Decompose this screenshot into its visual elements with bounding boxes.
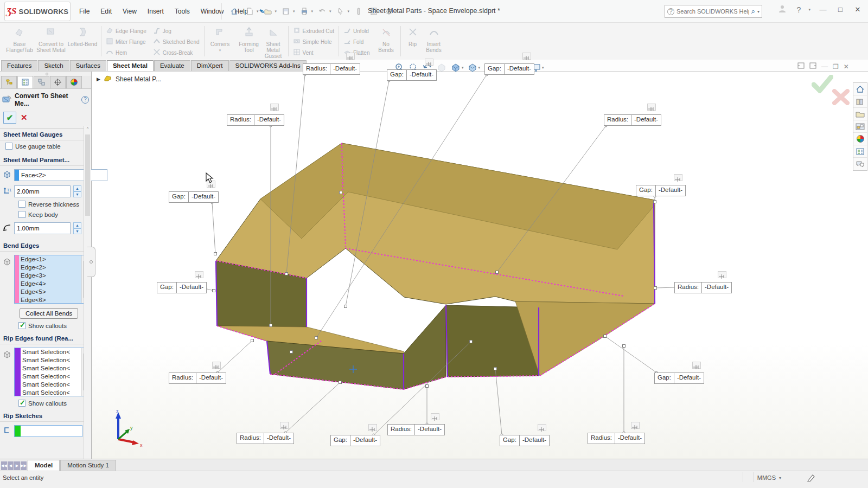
callout-pushpin-icon[interactable] — [195, 271, 203, 278]
hem-button[interactable]: Hem — [104, 48, 148, 57]
home-button[interactable] — [227, 4, 241, 18]
edge-flange-button[interactable]: Edge Flange — [104, 27, 148, 36]
first-tab-button[interactable]: ◀◀ — [1, 461, 7, 470]
bend-edge-item[interactable]: Edge<2> — [19, 264, 81, 272]
callout-value[interactable]: -Default- — [330, 63, 360, 75]
callout-pushpin-icon[interactable] — [431, 413, 439, 420]
callout-value[interactable]: -Default- — [350, 435, 380, 446]
fixed-face-input[interactable] — [19, 170, 107, 181]
flyout-expand-icon[interactable]: ▶ — [97, 76, 100, 82]
undo-caret[interactable]: ▾ — [329, 9, 331, 14]
callout-radius[interactable]: Radius:-Default- — [387, 424, 445, 435]
fixed-face-field[interactable] — [14, 169, 107, 181]
dock-right-icon[interactable] — [809, 62, 816, 70]
callout-value[interactable]: -Default- — [520, 435, 550, 446]
spin-down-icon[interactable]: ▼ — [73, 191, 81, 197]
dimxpert-manager-tab[interactable] — [50, 76, 66, 88]
jog-button[interactable]: Jog — [151, 27, 201, 36]
rip-edge-item[interactable]: Smart Selection< — [21, 381, 81, 389]
confirm-corner-accept-icon[interactable] — [812, 75, 833, 95]
property-manager-tab[interactable] — [17, 76, 33, 88]
view-settings-caret[interactable]: ▾ — [542, 66, 544, 70]
feature-tree-tab[interactable] — [1, 76, 17, 88]
collect-all-bends-button[interactable]: Collect All Bends — [20, 308, 78, 319]
panel-scroll-thumb[interactable] — [85, 134, 90, 216]
rip-edges-listbox[interactable]: Smart Selection<Smart Selection<Smart Se… — [14, 348, 89, 396]
callout-gap[interactable]: Gap:-Default- — [157, 282, 207, 293]
view-orientation-caret[interactable]: ▾ — [462, 66, 464, 70]
simple-hole-button[interactable]: Simple Hole — [291, 37, 336, 47]
bend-show-callouts-checkbox[interactable] — [18, 322, 25, 329]
bend-edges-section-header[interactable]: Bend Edges⌃ — [0, 240, 91, 252]
keep-body-checkbox[interactable] — [18, 211, 25, 218]
corners-caret[interactable]: ▾ — [219, 48, 221, 53]
rip-show-callouts-checkbox[interactable] — [18, 400, 25, 407]
configuration-manager-tab[interactable] — [34, 76, 49, 88]
callout-value[interactable]: -Default- — [656, 185, 686, 196]
taskpane-design-library-button[interactable] — [853, 95, 867, 108]
taskpane-home-button[interactable] — [853, 83, 867, 95]
cancel-button[interactable]: ✕ — [21, 112, 28, 124]
callout-value[interactable]: -Default- — [254, 114, 284, 126]
tab-surfaces[interactable]: Surfaces — [70, 60, 106, 71]
forming-tool-button[interactable]: Forming Tool — [237, 24, 261, 53]
lofted-bend-button[interactable]: Lofted-Bend — [67, 24, 98, 47]
reverse-thickness-checkbox[interactable] — [18, 201, 25, 208]
help-icon[interactable]: ? — [793, 5, 804, 14]
open-caret[interactable]: ▾ — [275, 9, 277, 14]
callout-pushpin-icon[interactable] — [425, 59, 433, 66]
rip-edge-item[interactable]: Smart Selection< — [21, 356, 81, 364]
sheet-metal-gauges-section-header[interactable]: Sheet Metal Gauges⌃ — [0, 129, 91, 140]
taskpane-appearances-button[interactable] — [853, 133, 867, 145]
undo-button[interactable] — [315, 4, 329, 18]
callout-value[interactable]: -Default- — [196, 373, 226, 384]
callout-radius[interactable]: Radius:-Default- — [588, 433, 645, 444]
base-flange-button[interactable]: Base Flange/Tab — [4, 24, 35, 53]
bend-radius-input[interactable] — [15, 223, 70, 234]
fold-button[interactable]: Fold — [342, 37, 372, 47]
print-button[interactable] — [297, 4, 311, 18]
callout-value[interactable]: -Default- — [415, 424, 445, 435]
corners-button[interactable]: Corners▾ — [207, 24, 233, 53]
bend-edge-item[interactable]: Edge<1> — [19, 255, 81, 264]
callout-gap[interactable]: Gap:-Default- — [330, 435, 380, 446]
rip-edge-item[interactable]: Smart Selection< — [21, 389, 81, 396]
unfold-button[interactable]: Unfold — [342, 27, 372, 36]
search-scope-caret[interactable]: ▾ — [757, 9, 760, 14]
callout-pushpin-icon[interactable] — [368, 424, 377, 431]
rip-edge-item[interactable]: Smart Selection< — [21, 348, 81, 356]
bend-radius-field[interactable] — [14, 222, 71, 234]
callout-gap[interactable]: Gap:-Default- — [654, 373, 704, 384]
help-search-input[interactable] — [676, 8, 749, 15]
flyout-feature-tree[interactable]: ▶ Sheet Metal P... — [97, 74, 161, 84]
callout-radius[interactable]: Radius:-Default- — [674, 282, 732, 293]
callout-gap[interactable]: Gap:-Default- — [387, 69, 437, 81]
callout-pushpin-icon[interactable] — [647, 104, 656, 111]
callout-pushpin-icon[interactable] — [522, 53, 531, 60]
options-caret[interactable]: ▾ — [396, 9, 398, 14]
doc-close-icon[interactable]: ✕ — [844, 63, 849, 70]
rip-edge-item[interactable]: Smart Selection< — [21, 373, 81, 381]
view-orientation-button[interactable]: ▾ — [449, 61, 465, 74]
tab-sheet-metal[interactable]: Sheet Metal — [107, 60, 154, 71]
callout-value[interactable]: -Default- — [615, 433, 645, 444]
minimize-icon[interactable]: — — [817, 5, 829, 14]
motion-study-tab[interactable]: Motion Study 1 — [60, 460, 116, 471]
menu-insert[interactable]: Insert — [143, 5, 168, 17]
pen-annotation-icon[interactable] — [807, 473, 816, 484]
taskpane-forum-button[interactable] — [853, 158, 867, 170]
vent-button[interactable]: Vent — [291, 48, 336, 57]
rip-sketches-listbox[interactable] — [14, 425, 82, 437]
sheet-metal-gusset-button[interactable]: Sheet Metal Gusset — [261, 24, 285, 59]
callout-radius[interactable]: Radius:-Default- — [227, 114, 284, 126]
callout-radius[interactable]: Radius:-Default- — [303, 63, 360, 75]
section-view-button[interactable] — [435, 61, 448, 74]
callout-value[interactable]: -Default- — [264, 433, 294, 444]
callout-gap[interactable]: Gap:-Default- — [636, 185, 686, 196]
print-caret[interactable]: ▾ — [311, 9, 314, 14]
thickness-input[interactable] — [15, 186, 70, 197]
use-gauge-table-checkbox[interactable] — [5, 143, 12, 150]
display-style-button[interactable]: ▾ — [466, 61, 482, 74]
search-icon[interactable]: ⌕ — [751, 7, 755, 16]
callout-value[interactable]: -Default- — [505, 63, 534, 75]
